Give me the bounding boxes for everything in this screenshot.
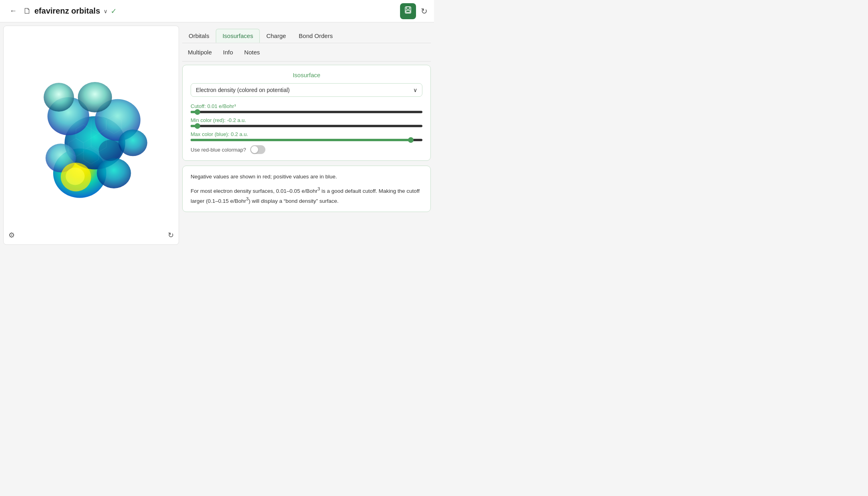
colormap-toggle-row: Use red-blue colormap? bbox=[191, 145, 422, 154]
svg-point-14 bbox=[99, 140, 121, 161]
save-icon bbox=[404, 6, 412, 16]
info-card: Negative values are shown in red; positi… bbox=[182, 166, 431, 212]
max-color-slider-section: Max color (blue): 0.2 a.u. bbox=[191, 131, 422, 141]
tab-isosurfaces[interactable]: Isosurfaces bbox=[216, 29, 260, 43]
document-title: efavirenz orbitals bbox=[34, 6, 100, 16]
tab-info[interactable]: Info bbox=[217, 46, 239, 58]
info-text: Negative values are shown in red; positi… bbox=[191, 172, 422, 205]
control-card: Isosurface Electron density (colored on … bbox=[182, 65, 431, 161]
tab-charge[interactable]: Charge bbox=[260, 29, 292, 43]
info-paragraph-1: Negative values are shown in red; positi… bbox=[191, 172, 422, 181]
dropdown-arrow-icon: ∨ bbox=[413, 87, 417, 93]
tab-orbitals[interactable]: Orbitals bbox=[182, 29, 216, 43]
min-color-label: Min color (red): -0.2 a.u. bbox=[191, 117, 422, 123]
svg-point-9 bbox=[118, 130, 147, 156]
saved-check-icon: ✓ bbox=[111, 7, 117, 16]
info-paragraph-2: For most electron density surfaces, 0.01… bbox=[191, 185, 422, 205]
max-color-slider-fill bbox=[191, 139, 411, 141]
max-color-label: Max color (blue): 0.2 a.u. bbox=[191, 131, 422, 137]
file-icon: 🗋 bbox=[23, 6, 31, 16]
back-button[interactable]: ← bbox=[6, 5, 20, 17]
min-color-slider-section: Min color (red): -0.2 a.u. bbox=[191, 117, 422, 127]
colormap-toggle-label: Use red-blue colormap? bbox=[191, 147, 246, 153]
refresh-button[interactable]: ↻ bbox=[421, 6, 428, 16]
min-color-slider-thumb[interactable] bbox=[195, 123, 200, 129]
svg-point-8 bbox=[44, 83, 74, 112]
isosurface-type-dropdown[interactable]: Electron density (colored on potential) … bbox=[191, 83, 422, 97]
cutoff-slider[interactable] bbox=[191, 111, 422, 113]
title-chevron-icon[interactable]: ∨ bbox=[104, 8, 108, 14]
svg-point-7 bbox=[78, 82, 112, 112]
save-button[interactable] bbox=[400, 3, 416, 19]
viewer-settings-icon[interactable]: ⚙ bbox=[8, 231, 15, 240]
cutoff-slider-thumb[interactable] bbox=[195, 109, 200, 115]
toggle-knob bbox=[251, 146, 258, 153]
svg-rect-1 bbox=[406, 7, 410, 9]
svg-point-10 bbox=[97, 158, 131, 188]
tab-multipole[interactable]: Multipole bbox=[182, 46, 217, 58]
main-layout: ⚙ ↻ Orbitals Isosurfaces Charge Bond Ord… bbox=[0, 22, 434, 248]
back-icon: ← bbox=[10, 7, 17, 15]
topbar-left: ← 🗋 efavirenz orbitals ∨ ✓ bbox=[6, 5, 117, 17]
svg-rect-2 bbox=[406, 10, 410, 12]
tabs-row-1: Orbitals Isosurfaces Charge Bond Orders bbox=[182, 26, 431, 43]
right-panel: Orbitals Isosurfaces Charge Bond Orders … bbox=[182, 22, 434, 248]
viewer-refresh-icon[interactable]: ↻ bbox=[168, 231, 174, 240]
control-card-title: Isosurface bbox=[191, 72, 422, 78]
topbar: ← 🗋 efavirenz orbitals ∨ ✓ ↻ bbox=[0, 0, 434, 22]
viewer-panel: ⚙ ↻ bbox=[3, 26, 179, 245]
colormap-toggle[interactable] bbox=[250, 145, 265, 154]
tab-notes[interactable]: Notes bbox=[239, 46, 265, 58]
tab-bond-orders[interactable]: Bond Orders bbox=[293, 29, 339, 43]
max-color-slider[interactable] bbox=[191, 139, 422, 141]
svg-point-13 bbox=[66, 168, 85, 185]
viewer-canvas bbox=[4, 26, 179, 244]
dropdown-value: Electron density (colored on potential) bbox=[196, 87, 290, 93]
tabs-row-2: Multipole Info Notes bbox=[182, 45, 431, 62]
max-color-slider-thumb[interactable] bbox=[408, 137, 414, 143]
cutoff-slider-section: Cutoff: 0.01 e/Bohr³ bbox=[191, 103, 422, 113]
topbar-right: ↻ bbox=[400, 3, 428, 19]
refresh-icon: ↻ bbox=[421, 7, 428, 16]
min-color-slider[interactable] bbox=[191, 125, 422, 127]
cutoff-label: Cutoff: 0.01 e/Bohr³ bbox=[191, 103, 422, 109]
